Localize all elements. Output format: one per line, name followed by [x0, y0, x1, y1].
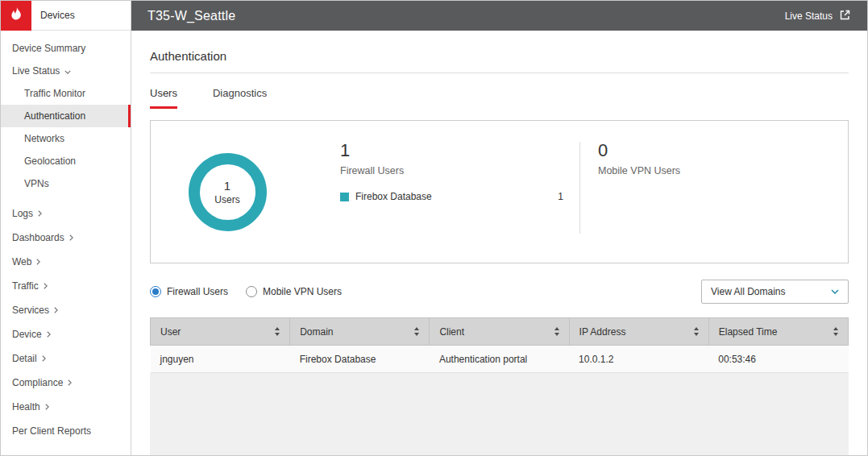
tab-label: Users [150, 87, 177, 99]
mobile-vpn-users-count: 0 [598, 140, 848, 161]
radio-mobile-vpn-users[interactable]: Mobile VPN Users [246, 286, 342, 297]
sidebar-item-label: Live Status [12, 65, 60, 77]
sidebar-item-detail[interactable]: Detail [1, 346, 131, 371]
column-label: IP Address [579, 326, 626, 338]
sidebar-item-label: Traffic [12, 280, 39, 292]
sidebar-item-label: Authentication [24, 110, 85, 122]
sidebar-item-label: Detail [12, 353, 37, 364]
sidebar-header: Devices [1, 1, 131, 31]
tab-label: Diagnostics [213, 87, 267, 99]
tab-diagnostics[interactable]: Diagnostics [213, 87, 267, 109]
legend-row: Firebox Database 1 [340, 191, 563, 202]
sidebar-brand-label: Devices [40, 10, 75, 21]
chevron-right-icon [42, 353, 46, 364]
sidebar-item-dashboards[interactable]: Dashboards [1, 226, 131, 250]
chevron-right-icon [54, 305, 58, 316]
sidebar: Devices Device Summary Live Status Traff… [1, 1, 131, 455]
sidebar-item-geolocation[interactable]: Geolocation [1, 150, 131, 172]
chevron-right-icon [69, 232, 73, 243]
chevron-right-icon [44, 280, 48, 292]
column-label: Client [439, 326, 464, 338]
chevron-right-icon [38, 208, 42, 219]
column-header-user[interactable]: User [151, 318, 290, 346]
sidebar-item-authentication[interactable]: Authentication [1, 105, 131, 127]
live-status-link[interactable]: Live Status [785, 9, 851, 23]
sidebar-item-per-client-reports[interactable]: Per Client Reports [1, 419, 131, 443]
cell-user: jnguyen [151, 346, 290, 373]
sidebar-item-label: Device Summary [12, 43, 85, 54]
table-row: jnguyen Firebox Database Authentication … [151, 346, 849, 373]
external-link-icon [839, 9, 851, 23]
column-header-client[interactable]: Client [430, 318, 569, 346]
sidebar-item-compliance[interactable]: Compliance [1, 371, 131, 395]
column-header-elapsed-time[interactable]: Elapsed Time [708, 318, 848, 346]
sidebar-item-traffic[interactable]: Traffic [1, 274, 131, 298]
sidebar-item-label: Health [12, 401, 40, 412]
content: Authentication Users Diagnostics 1 Users [131, 31, 867, 455]
sidebar-item-device-summary[interactable]: Device Summary [1, 37, 131, 60]
live-status-label: Live Status [785, 10, 833, 22]
cell-elapsed-time: 00:53:46 [708, 346, 848, 373]
sidebar-item-label: Web [12, 256, 31, 267]
column-label: Domain [300, 326, 333, 338]
sidebar-item-label: Geolocation [24, 155, 76, 167]
heading-divider [150, 73, 849, 73]
sidebar-item-device[interactable]: Device [1, 322, 131, 346]
topbar: T35-W_Seattle Live Status [131, 1, 867, 31]
sort-icon [554, 327, 559, 336]
cell-client: Authentication portal [430, 346, 569, 373]
radio-button-icon [246, 286, 257, 297]
watchguard-logo[interactable] [1, 1, 31, 31]
legend-value: 1 [558, 191, 563, 202]
users-donut-wrap: 1 Users [151, 121, 304, 263]
sidebar-item-networks[interactable]: Networks [1, 127, 131, 150]
sidebar-item-vpns[interactable]: VPNs [1, 172, 131, 195]
sidebar-item-services[interactable]: Services [1, 298, 131, 322]
sidebar-item-label: Compliance [12, 377, 63, 388]
column-header-domain[interactable]: Domain [290, 318, 430, 346]
sidebar-item-traffic-monitor[interactable]: Traffic Monitor [1, 82, 131, 105]
cell-domain: Firebox Database [290, 346, 430, 373]
donut-total-value: 1 [224, 179, 230, 193]
sort-icon [694, 327, 699, 336]
firewall-users-section: 1 Firewall Users Firebox Database 1 [304, 121, 579, 263]
sidebar-item-label: Services [12, 305, 49, 316]
sort-icon [414, 327, 419, 336]
sidebar-item-health[interactable]: Health [1, 395, 131, 419]
legend-swatch-firebox-database [340, 193, 349, 201]
chevron-right-icon [68, 377, 72, 388]
radio-firewall-users[interactable]: Firewall Users [150, 286, 228, 297]
sidebar-item-label: VPNs [24, 178, 49, 189]
page-title: Authentication [150, 49, 849, 63]
radio-button-icon [150, 286, 161, 297]
column-label: Elapsed Time [719, 326, 778, 338]
sidebar-item-label: Device [12, 329, 42, 340]
column-label: User [160, 326, 181, 338]
table-header-row: User Domain Client [151, 318, 849, 346]
sort-icon [833, 327, 838, 336]
users-donut-chart: 1 Users [189, 153, 267, 231]
sidebar-item-live-status[interactable]: Live Status [1, 60, 131, 82]
sidebar-item-web[interactable]: Web [1, 250, 131, 274]
donut-total-label: Users [214, 194, 239, 205]
sidebar-item-label: Logs [12, 208, 33, 219]
filter-row: Firewall Users Mobile VPN Users View All… [150, 280, 849, 304]
column-header-ip-address[interactable]: IP Address [569, 318, 708, 346]
chevron-right-icon [45, 401, 49, 412]
view-all-domains-dropdown[interactable]: View All Domains [701, 280, 849, 304]
sidebar-item-label: Per Client Reports [12, 425, 91, 437]
sort-icon [275, 327, 280, 336]
firewall-users-count: 1 [340, 140, 579, 161]
sidebar-item-label: Dashboards [12, 232, 64, 243]
users-table: User Domain Client [150, 317, 849, 373]
sidebar-item-logs[interactable]: Logs [1, 201, 131, 226]
cell-ip-address: 10.0.1.2 [569, 346, 708, 373]
main-area: T35-W_Seattle Live Status Authentication… [131, 1, 867, 455]
firewall-users-label: Firewall Users [340, 165, 579, 176]
chevron-right-icon [36, 256, 40, 267]
radio-label: Mobile VPN Users [263, 286, 342, 297]
sidebar-item-label: Networks [24, 133, 64, 144]
table-empty-area [150, 373, 849, 455]
device-title: T35-W_Seattle [147, 9, 235, 23]
tab-users[interactable]: Users [150, 87, 177, 109]
